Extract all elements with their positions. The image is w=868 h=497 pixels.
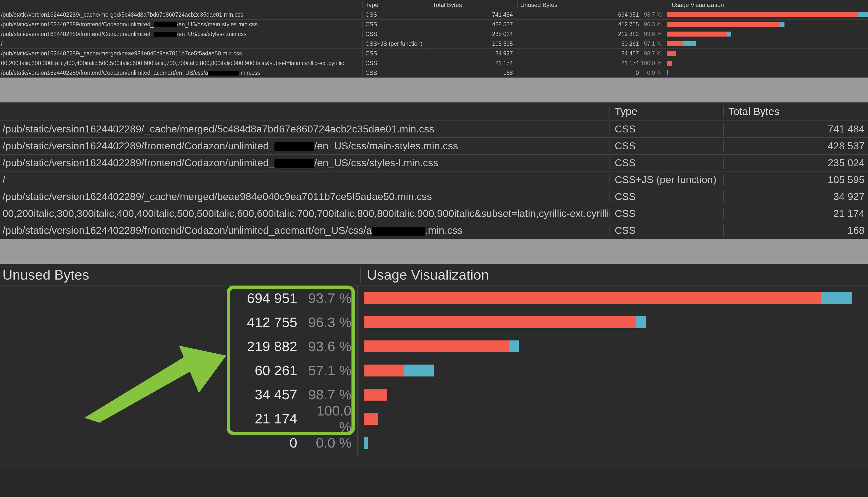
- unused-bytes-pct: 93.7 %: [302, 290, 352, 306]
- unused-bytes-value: 694 951: [618, 11, 639, 18]
- cell-usage-visualization: [664, 70, 868, 75]
- usage-bar: [365, 437, 368, 449]
- table-row[interactable]: /pub/static/version1624402289/_cache/mer…: [0, 188, 868, 205]
- usage-bar-unused: [365, 389, 387, 401]
- unused-bytes-pct: 93.7 %: [640, 11, 662, 18]
- redacted-text: [274, 159, 314, 168]
- table-row[interactable]: /pub/static/version1624402289/_cache/mer…: [0, 10, 868, 19]
- cell-url: 00,200italic,300,300italic,400,400italic…: [0, 60, 362, 67]
- table-row[interactable]: 219 88293.6 %: [0, 334, 868, 358]
- table-row[interactable]: /pub/static/version1624402289/frontend/C…: [0, 138, 868, 154]
- usage-bar-unused: [365, 340, 509, 352]
- usage-bar-used: [404, 365, 434, 377]
- table-row[interactable]: /pub/static/version1624402289/frontend/C…: [0, 29, 868, 39]
- table-row[interactable]: /pub/static/version1624402289/_cache/mer…: [0, 120, 868, 138]
- table-row[interactable]: /pub/static/version1624402289/frontend/C…: [0, 154, 868, 171]
- col-type-header[interactable]: Type: [362, 1, 430, 9]
- cell-total-bytes: 34 927: [430, 50, 515, 57]
- table-row[interactable]: /pub/static/version1624402289/frontend/C…: [0, 19, 868, 29]
- usage-bar: [365, 316, 646, 328]
- cell-total-bytes: 105 595: [723, 174, 868, 186]
- unused-bytes-value: 412 755: [618, 21, 639, 28]
- unused-bytes-pct: 96.3 %: [302, 314, 352, 330]
- cell-type: CSS: [610, 157, 723, 169]
- cell-url: /pub/static/version1624402289/frontend/C…: [0, 31, 362, 38]
- col-unused-header[interactable]: Unused Bytes: [517, 1, 669, 9]
- cell-total-bytes: 741 484: [723, 123, 868, 135]
- cell-usage-visualization: [664, 61, 868, 66]
- coverage-table-header: Type Total Bytes Unused Bytes Usage Visu…: [0, 0, 868, 10]
- table-row[interactable]: /pub/static/version1624402289/frontend/C…: [0, 222, 868, 239]
- table-row[interactable]: 21 174100.0 %: [0, 407, 868, 431]
- usage-bar: [667, 61, 672, 66]
- separator-band: [0, 77, 868, 102]
- table-row[interactable]: /pub/static/version1624402289/frontend/C…: [0, 68, 868, 77]
- coverage-table-small: Type Total Bytes Unused Bytes Usage Visu…: [0, 0, 868, 77]
- cell-type: CSS: [362, 50, 430, 57]
- cell-url: /pub/static/version1624402289/frontend/C…: [0, 225, 610, 236]
- usage-bar: [365, 365, 434, 377]
- cell-usage-visualization: [357, 310, 868, 334]
- cell-usage-visualization: [357, 431, 868, 455]
- unused-bytes-value: 219 882: [618, 31, 639, 38]
- unused-bytes-value: 21 174: [622, 60, 639, 67]
- col-vis-header[interactable]: Usage Visualization: [669, 1, 868, 9]
- unused-bytes-value: 0: [289, 435, 297, 451]
- cell-total-bytes: 235 024: [723, 157, 868, 169]
- table-row[interactable]: /CSS+JS (per function)105 59560 26157.1 …: [0, 39, 868, 48]
- table-row[interactable]: /CSS+JS (per function)105 595: [0, 171, 868, 188]
- table-row[interactable]: 412 75596.3 %: [0, 310, 868, 334]
- cell-unused-bytes: 34 45798.7 %: [515, 50, 664, 57]
- unused-bytes-pct: 0.0 %: [302, 435, 352, 451]
- cell-usage-visualization: [357, 334, 868, 358]
- coverage-table-header-zoom: Type Total Bytes: [0, 102, 868, 120]
- cell-unused-bytes: 219 88293.6 %: [515, 31, 664, 38]
- col-type-header[interactable]: Type: [610, 105, 723, 117]
- cell-url: /: [0, 174, 610, 186]
- usage-bar: [667, 31, 731, 37]
- cell-usage-visualization: [357, 286, 868, 310]
- cell-unused-bytes: 412 75596.3 %: [515, 21, 664, 28]
- usage-bar: [667, 12, 868, 17]
- cell-type: CSS: [610, 225, 723, 236]
- table-row[interactable]: /pub/static/version1624402289/_cache/mer…: [0, 48, 868, 58]
- table-row[interactable]: 00,200italic,300,300italic,400,400italic…: [0, 205, 868, 222]
- table-row[interactable]: 694 95193.7 %: [0, 286, 868, 310]
- usage-bar-unused: [667, 61, 672, 66]
- cell-total-bytes: 105 595: [430, 41, 515, 47]
- cell-type: CSS: [362, 11, 430, 18]
- cell-url: 00,200italic,300,300italic,400,400italic…: [0, 208, 610, 219]
- unused-bytes-pct: 93.6 %: [302, 338, 352, 354]
- cell-total-bytes: 21 174: [723, 208, 868, 219]
- usage-bar: [667, 70, 668, 75]
- cell-total-bytes: 428 537: [430, 21, 515, 28]
- col-vis-header[interactable]: Usage Visualization: [360, 267, 868, 283]
- unused-bytes-pct: 93.6 %: [640, 31, 662, 38]
- cell-usage-visualization: [664, 41, 868, 46]
- usage-bar-used: [509, 340, 519, 352]
- cell-unused-bytes: 21 174100.0 %: [515, 60, 664, 67]
- usage-bar-unused: [667, 41, 683, 46]
- cell-type: CSS: [362, 70, 430, 76]
- table-row[interactable]: 60 26157.1 %: [0, 358, 868, 382]
- usage-bar-unused: [365, 292, 821, 304]
- usage-bar-used: [683, 41, 696, 46]
- cell-type: CSS: [610, 123, 723, 135]
- cell-unused-bytes: 60 26157.1 %: [0, 362, 357, 379]
- col-total-header[interactable]: Total Bytes: [430, 1, 517, 9]
- unused-bytes-value: 694 951: [247, 290, 297, 306]
- cell-usage-visualization: [664, 51, 868, 56]
- unused-bytes-pct: 57.1 %: [302, 362, 352, 379]
- table-row[interactable]: 00,200italic,300,300italic,400,400italic…: [0, 58, 868, 68]
- unused-bytes-pct: 98.7 %: [302, 386, 352, 402]
- cell-url: /pub/static/version1624402289/frontend/C…: [0, 157, 610, 169]
- usage-bar-used: [667, 70, 668, 75]
- col-total-header[interactable]: Total Bytes: [723, 105, 868, 117]
- cell-unused-bytes: 694 95193.7 %: [0, 290, 357, 306]
- unused-bytes-value: 34 457: [255, 386, 297, 402]
- cell-type: CSS+JS (per function): [610, 174, 723, 186]
- unused-bytes-value: 412 755: [247, 314, 297, 330]
- col-unused-header[interactable]: Unused Bytes: [0, 267, 360, 283]
- usage-bar-unused: [667, 22, 780, 27]
- usage-bar: [667, 51, 677, 56]
